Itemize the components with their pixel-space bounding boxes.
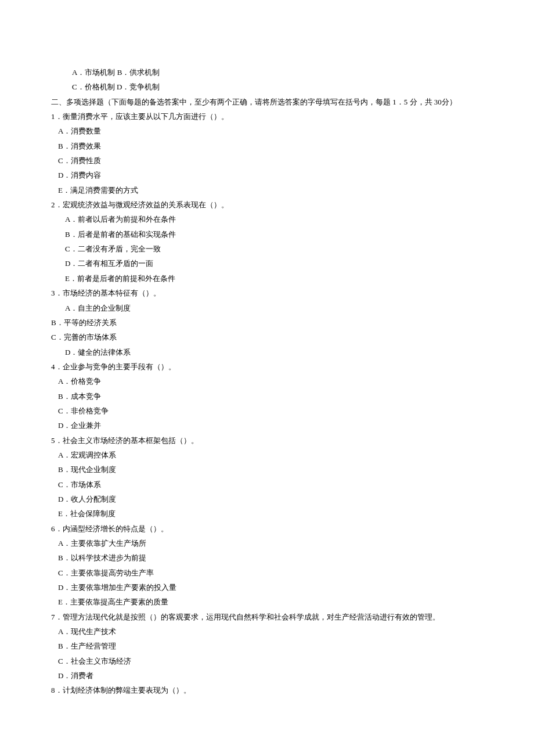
question-stem: 6．内涵型经济增长的特点是（）。 — [51, 521, 483, 536]
question-stem: 3．市场经济的基本特征有（）。 — [51, 286, 483, 300]
question-option: B．以科学技术进步为前提 — [51, 550, 483, 565]
question-option: C．社会主义市场经济 — [51, 654, 483, 668]
question-stem: 2．宏观统济效益与微观经济效益的关系表现在（）。 — [51, 197, 483, 212]
question-option: C．主要依靠提高劳动生产率 — [51, 566, 483, 580]
question-option: B．后者是前者的基础和实现条件 — [51, 227, 483, 242]
question-option: B．成本竞争 — [51, 389, 483, 404]
question-option: B．现代企业制度 — [51, 462, 483, 477]
question-option: E．满足消费需要的方式 — [51, 183, 483, 197]
question-option: A．现代生产技术 — [51, 624, 483, 639]
document-page: A．市场机制 B．供求机制 C．价格机制 D．竞争机制 二、多项选择题（下面每题… — [51, 65, 483, 698]
question-option: A．消费数量 — [51, 124, 483, 138]
question-option: A．价格竞争 — [51, 374, 483, 388]
question-stem: 7．管理方法现代化就是按照（）的客观要求，运用现代自然科学和社会科学成就，对生产… — [51, 610, 483, 624]
question-option: D．健全的法律体系 — [51, 345, 483, 359]
prev-question-option-line: C．价格机制 D．竞争机制 — [51, 80, 483, 94]
question-stem: 5．社会主义市场经济的基本框架包括（）。 — [51, 433, 483, 448]
question-option: C．二者没有矛盾，完全一致 — [51, 242, 483, 256]
question-option: D．消费内容 — [51, 168, 483, 182]
question-option: D．消费者 — [51, 668, 483, 683]
question-option: E．主要依靠提高生产要素的质量 — [51, 595, 483, 609]
question-option: B．生产经营管理 — [51, 639, 483, 653]
question-option: C．非价格竞争 — [51, 404, 483, 418]
question-option: A．宏观调控体系 — [51, 448, 483, 462]
question-option: A．自主的企业制度 — [51, 301, 483, 315]
question-option: D．企业兼并 — [51, 418, 483, 433]
question-stem: 8．计划经济体制的弊端主要表现为（）。 — [51, 683, 483, 697]
question-option: D．收人分配制度 — [51, 492, 483, 506]
question-stem: 1．衡量消费水平，应该主要从以下几方面进行（）。 — [51, 109, 483, 124]
question-option: D．二者有相互矛盾的一面 — [51, 256, 483, 271]
section-heading: 二、多项选择题（下面每题的备选答案中，至少有两个正确，请将所选答案的字母填写在括… — [51, 95, 483, 109]
question-option: C．市场体系 — [51, 477, 483, 492]
question-option: A．前者以后者为前提和外在条件 — [51, 212, 483, 226]
prev-question-option-line: A．市场机制 B．供求机制 — [51, 65, 483, 80]
question-option: E．前者是后者的前提和外在条件 — [51, 271, 483, 286]
question-option: C．消费性质 — [51, 153, 483, 168]
question-option: B．平等的经济关系 — [51, 315, 483, 330]
question-option: B．消费效果 — [51, 139, 483, 153]
question-option: D．主要依靠增加生产要素的投入量 — [51, 580, 483, 595]
question-option: A．主要依靠扩大生产场所 — [51, 536, 483, 550]
question-option: E．社会保障制度 — [51, 506, 483, 521]
question-option: C．完善的市场体系 — [51, 330, 483, 344]
question-stem: 4．企业参与竞争的主要手段有（）。 — [51, 359, 483, 374]
